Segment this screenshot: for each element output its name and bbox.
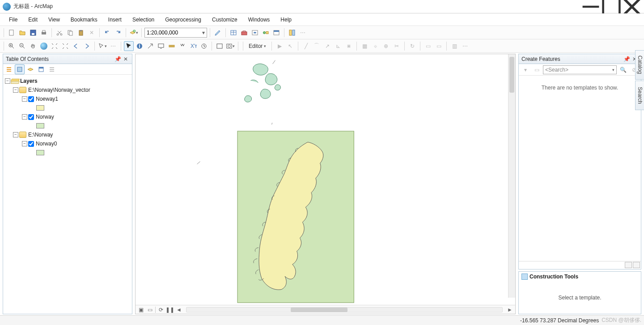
trace-icon[interactable]: ↗ xyxy=(322,41,332,51)
identify-icon[interactable]: i xyxy=(135,41,144,51)
menu-view[interactable]: View xyxy=(43,15,65,25)
zoom-out-icon[interactable] xyxy=(17,41,27,51)
menu-geoprocessing[interactable]: Geoprocessing xyxy=(160,15,207,25)
copy-button[interactable] xyxy=(65,28,75,38)
editor-options-icon[interactable]: ⋯ xyxy=(460,41,470,51)
find-icon[interactable] xyxy=(178,41,187,51)
organize-templates-icon[interactable]: ▭ xyxy=(532,65,542,75)
window-button[interactable] xyxy=(271,28,281,38)
toolbox-button[interactable] xyxy=(239,28,249,38)
menu-file[interactable]: File xyxy=(4,15,23,25)
menu-edit[interactable]: Edit xyxy=(23,15,43,25)
construction-tools-title-bar[interactable]: Construction Tools xyxy=(519,272,641,282)
close-button[interactable] xyxy=(622,0,642,13)
close-icon[interactable]: ✕ xyxy=(122,56,129,63)
expand-toggle[interactable]: − xyxy=(22,114,27,120)
pin-icon[interactable]: 📌 xyxy=(114,56,121,63)
toc-group[interactable]: E:\Norway\Norway_vector xyxy=(28,87,90,93)
time-slider-icon[interactable] xyxy=(199,41,209,51)
layer-visibility-checkbox[interactable] xyxy=(28,141,34,147)
expand-toggle[interactable]: − xyxy=(5,78,10,84)
clear-selection-icon[interactable]: ⋯ xyxy=(108,41,118,51)
catalog-button[interactable] xyxy=(287,28,297,38)
toc-title-bar[interactable]: Table Of Contents 📌 ✕ xyxy=(3,54,132,64)
layer-visibility-checkbox[interactable] xyxy=(28,96,34,102)
pan-icon[interactable] xyxy=(28,41,38,51)
table-button[interactable] xyxy=(229,28,238,38)
catalog-tab[interactable]: Catalog xyxy=(635,50,644,80)
menu-insert[interactable]: Insert xyxy=(103,15,127,25)
cut-polygons-icon[interactable]: ⊕ xyxy=(381,41,391,51)
zoom-in-icon[interactable] xyxy=(7,41,17,51)
menu-windows[interactable]: Windows xyxy=(243,15,275,25)
python-button[interactable] xyxy=(250,28,260,38)
fixed-zoom-in-icon[interactable] xyxy=(50,41,59,51)
layer-swatch[interactable] xyxy=(36,105,44,111)
map-scale-combo[interactable]: 1:20,000,000 ▾ xyxy=(144,28,207,38)
toc-options-icon[interactable] xyxy=(47,64,57,74)
toc-layer[interactable]: Norway xyxy=(36,114,54,120)
measure-icon[interactable] xyxy=(167,41,177,51)
search-icon[interactable]: 🔍 xyxy=(618,65,628,75)
right-angle-icon[interactable]: ⊾ xyxy=(333,41,343,51)
map-vertical-scrollbar[interactable] xyxy=(508,54,515,298)
search-tab[interactable]: Search xyxy=(635,81,644,110)
maximize-button[interactable] xyxy=(601,0,622,13)
panel-collapse-icon[interactable] xyxy=(633,262,640,268)
pin-icon[interactable]: 📌 xyxy=(623,56,630,63)
create-features-icon[interactable]: ▥ xyxy=(449,41,459,51)
panel-expand-icon[interactable] xyxy=(625,262,632,268)
full-extent-icon[interactable] xyxy=(39,41,49,51)
toc-layer[interactable]: Norway0 xyxy=(36,141,57,147)
data-view-button[interactable]: ▣ xyxy=(137,306,144,313)
list-by-source-icon[interactable] xyxy=(15,64,25,74)
edit-annotation-icon[interactable]: ↖ xyxy=(285,41,295,51)
refresh-button[interactable]: ⟳ xyxy=(157,306,165,313)
model-builder-button[interactable] xyxy=(261,28,271,38)
hyperlink-icon[interactable] xyxy=(145,41,155,51)
scroll-right-button[interactable]: ► xyxy=(506,306,513,313)
save-button[interactable] xyxy=(28,28,38,38)
minimize-button[interactable] xyxy=(580,0,601,13)
undo-button[interactable] xyxy=(102,28,112,38)
rotate-icon[interactable]: ↻ xyxy=(407,41,417,51)
filter-icon[interactable]: ▾ xyxy=(521,65,530,75)
reshape-icon[interactable]: ⟐ xyxy=(370,41,380,51)
midpoint-icon[interactable]: ⋇ xyxy=(344,41,354,51)
list-by-drawing-order-icon[interactable] xyxy=(4,64,14,74)
menu-selection[interactable]: Selection xyxy=(127,15,160,25)
map-horizontal-scrollbar[interactable] xyxy=(186,307,503,312)
paste-button[interactable] xyxy=(76,28,86,38)
html-popup-icon[interactable] xyxy=(156,41,166,51)
toc-root[interactable]: Layers xyxy=(20,78,38,84)
split-icon[interactable]: ✂ xyxy=(392,41,402,51)
menu-bookmarks[interactable]: Bookmarks xyxy=(65,15,103,25)
redo-button[interactable] xyxy=(113,28,123,38)
editor-dropdown[interactable]: Editor▾ xyxy=(246,43,269,49)
delete-button[interactable]: ✕ xyxy=(87,28,97,38)
toc-layer[interactable]: Noeway1 xyxy=(36,96,58,102)
edit-vertices-icon[interactable]: ▦ xyxy=(360,41,369,51)
scroll-left-button[interactable]: ◄ xyxy=(175,306,182,313)
back-icon[interactable] xyxy=(71,41,81,51)
search-tool-button[interactable]: ⋯ xyxy=(298,28,308,38)
open-button[interactable] xyxy=(17,28,27,38)
straight-segment-icon[interactable]: ╱ xyxy=(301,41,311,51)
pause-drawing-button[interactable]: ❚❚ xyxy=(166,306,174,313)
expand-toggle[interactable]: − xyxy=(13,132,18,137)
sketch-properties-icon[interactable]: ▭ xyxy=(434,41,444,51)
viewer-window-icon[interactable]: ▾ xyxy=(225,41,235,51)
layout-view-button[interactable]: ▭ xyxy=(146,306,153,313)
list-by-selection-icon[interactable] xyxy=(36,64,46,74)
layer-swatch[interactable] xyxy=(36,123,44,128)
menu-help[interactable]: Help xyxy=(275,15,297,25)
forward-icon[interactable] xyxy=(82,41,92,51)
edit-tool-icon[interactable]: ▶ xyxy=(275,41,284,51)
layer-swatch[interactable] xyxy=(36,150,44,155)
expand-toggle[interactable]: − xyxy=(22,96,27,102)
editor-toolbar-button[interactable] xyxy=(213,28,223,38)
expand-toggle[interactable]: − xyxy=(22,141,27,146)
attributes-icon[interactable]: ▭ xyxy=(423,41,433,51)
menu-customize[interactable]: Customize xyxy=(207,15,243,25)
toc-group[interactable]: E:\Norway xyxy=(28,132,53,138)
